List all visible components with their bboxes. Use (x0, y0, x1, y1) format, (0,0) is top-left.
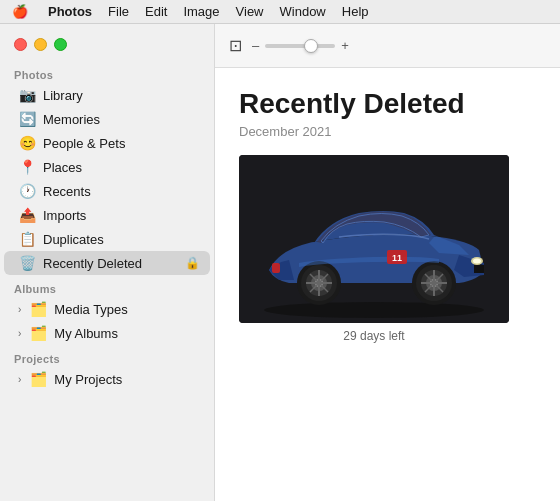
folder-icon-2: 🗂️ (30, 325, 47, 341)
zoom-plus[interactable]: + (341, 38, 349, 53)
main-content: ⊡ – + Recently Deleted December 2021 (215, 24, 560, 501)
sidebar-item-places-label: Places (43, 160, 82, 175)
sidebar-item-duplicates-label: Duplicates (43, 232, 104, 247)
sidebar-item-my-albums[interactable]: › 🗂️ My Albums (4, 321, 210, 345)
lock-icon: 🔒 (185, 256, 200, 270)
maximize-button[interactable] (54, 38, 67, 51)
toolbar: ⊡ – + (215, 24, 560, 68)
sidebar-item-recents-label: Recents (43, 184, 91, 199)
apple-menu[interactable]: 🍎 (12, 4, 28, 19)
zoom-slider-thumb[interactable] (304, 39, 318, 53)
menu-file[interactable]: File (108, 4, 129, 19)
sidebar-item-media-types-label: Media Types (54, 302, 127, 317)
menubar: 🍎 Photos File Edit Image View Window Hel… (0, 0, 560, 24)
folder-icon: 🗂️ (30, 301, 47, 317)
chevron-right-icon-2: › (18, 328, 21, 339)
sidebar-item-my-projects-label: My Projects (54, 372, 122, 387)
sidebar-item-recently-deleted[interactable]: 🗑️ Recently Deleted 🔒 (4, 251, 210, 275)
library-icon: 📷 (18, 87, 36, 103)
svg-text:11: 11 (392, 253, 402, 263)
car-image: 11 (239, 155, 509, 323)
sidebar-item-memories-label: Memories (43, 112, 100, 127)
albums-section-label: Albums (0, 279, 214, 297)
sidebar-item-duplicates[interactable]: 📋 Duplicates (4, 227, 210, 251)
chevron-right-icon-3: › (18, 374, 21, 385)
sidebar-item-recents[interactable]: 🕐 Recents (4, 179, 210, 203)
page-subtitle: December 2021 (239, 124, 536, 139)
svg-point-3 (473, 259, 481, 264)
sidebar-item-media-types[interactable]: › 🗂️ Media Types (4, 297, 210, 321)
sidebar-item-places[interactable]: 📍 Places (4, 155, 210, 179)
people-pets-icon: 😊 (18, 135, 36, 151)
svg-point-1 (264, 302, 484, 318)
sidebar: Photos 📷 Library 🔄 Memories 😊 People & P… (0, 24, 215, 501)
memories-icon: 🔄 (18, 111, 36, 127)
sidebar-item-my-projects[interactable]: › 🗂️ My Projects (4, 367, 210, 391)
sidebar-item-people-pets-label: People & Pets (43, 136, 125, 151)
menu-help[interactable]: Help (342, 4, 369, 19)
recently-deleted-icon: 🗑️ (18, 255, 36, 271)
menu-edit[interactable]: Edit (145, 4, 167, 19)
photo-card[interactable]: 11 (239, 155, 509, 323)
zoom-slider[interactable] (265, 44, 335, 48)
zoom-fit-icon[interactable]: ⊡ (229, 36, 242, 55)
photos-section-label: Photos (0, 65, 214, 83)
chevron-right-icon: › (18, 304, 21, 315)
duplicates-icon: 📋 (18, 231, 36, 247)
sidebar-item-memories[interactable]: 🔄 Memories (4, 107, 210, 131)
sidebar-item-library[interactable]: 📷 Library (4, 83, 210, 107)
sidebar-item-imports[interactable]: 📤 Imports (4, 203, 210, 227)
sidebar-item-library-label: Library (43, 88, 83, 103)
traffic-lights (0, 32, 214, 61)
svg-rect-4 (272, 263, 280, 273)
zoom-slider-container: – + (252, 38, 349, 53)
photo-grid: 11 29 days left (239, 155, 536, 343)
sidebar-item-people-pets[interactable]: 😊 People & Pets (4, 131, 210, 155)
places-icon: 📍 (18, 159, 36, 175)
close-button[interactable] (14, 38, 27, 51)
sidebar-item-imports-label: Imports (43, 208, 86, 223)
projects-section-label: Projects (0, 349, 214, 367)
minimize-button[interactable] (34, 38, 47, 51)
zoom-minus[interactable]: – (252, 38, 259, 53)
photo-caption: 29 days left (343, 329, 404, 343)
window: Photos 📷 Library 🔄 Memories 😊 People & P… (0, 24, 560, 501)
imports-icon: 📤 (18, 207, 36, 223)
folder-icon-3: 🗂️ (30, 371, 47, 387)
photo-item[interactable]: 11 29 days left (239, 155, 509, 343)
content-area: Recently Deleted December 2021 (215, 68, 560, 501)
menu-view[interactable]: View (236, 4, 264, 19)
menu-window[interactable]: Window (280, 4, 326, 19)
menu-photos[interactable]: Photos (48, 4, 92, 19)
page-title: Recently Deleted (239, 88, 536, 120)
recents-icon: 🕐 (18, 183, 36, 199)
sidebar-item-my-albums-label: My Albums (54, 326, 118, 341)
menu-image[interactable]: Image (183, 4, 219, 19)
sidebar-item-recently-deleted-label: Recently Deleted (43, 256, 142, 271)
